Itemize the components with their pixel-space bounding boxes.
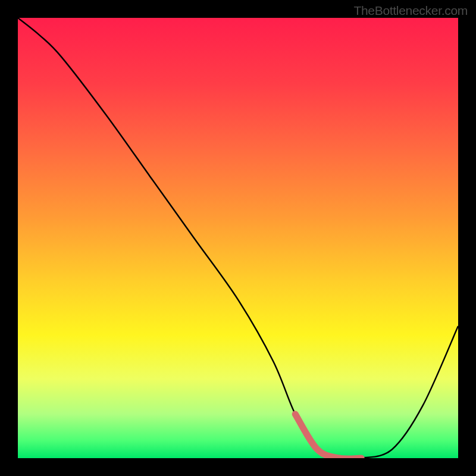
plot-area [18, 18, 458, 458]
watermark-text: TheBottlenecker.com [353, 4, 468, 18]
bottleneck-curve [18, 18, 458, 458]
